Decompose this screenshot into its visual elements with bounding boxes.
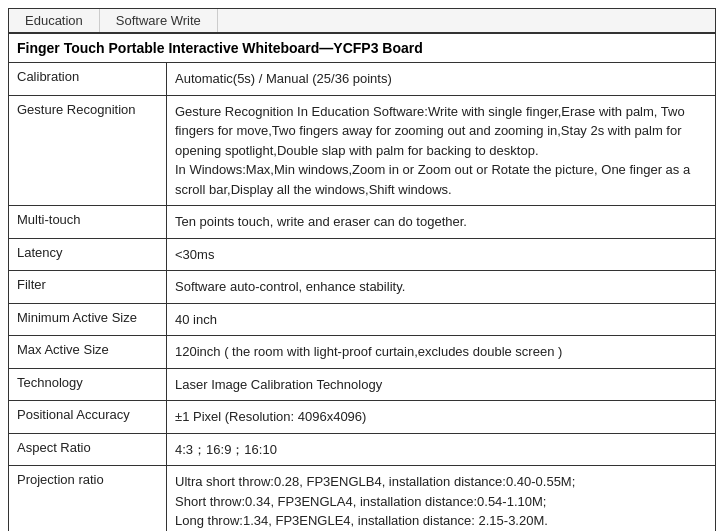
tab-bar: Education Software Write bbox=[9, 9, 715, 34]
row-value: Ten points touch, write and eraser can d… bbox=[167, 206, 715, 238]
spec-table: Education Software Write Finger Touch Po… bbox=[8, 8, 716, 531]
row-label: Aspect Ratio bbox=[9, 434, 167, 466]
table-row: Max Active Size120inch ( the room with l… bbox=[9, 336, 715, 369]
row-value: 40 inch bbox=[167, 304, 715, 336]
table-row: Aspect Ratio4:3；16:9；16:10 bbox=[9, 434, 715, 467]
table-row: CalibrationAutomatic(5s) / Manual (25/36… bbox=[9, 63, 715, 96]
row-value: <30ms bbox=[167, 239, 715, 271]
row-value: Ultra short throw:0.28, FP3ENGLB4, insta… bbox=[167, 466, 715, 531]
table-row: FilterSoftware auto-control, enhance sta… bbox=[9, 271, 715, 304]
tab-software-write[interactable]: Software Write bbox=[100, 9, 218, 32]
row-value: Gesture Recognition In Education Softwar… bbox=[167, 96, 715, 206]
row-label: Gesture Recognition bbox=[9, 96, 167, 206]
row-label: Max Active Size bbox=[9, 336, 167, 368]
row-value: Software auto-control, enhance stability… bbox=[167, 271, 715, 303]
tab-education[interactable]: Education bbox=[9, 9, 100, 32]
row-value: 120inch ( the room with light-proof curt… bbox=[167, 336, 715, 368]
row-label: Projection ratio bbox=[9, 466, 167, 531]
row-value: Automatic(5s) / Manual (25/36 points) bbox=[167, 63, 715, 95]
table-row: Projection ratioUltra short throw:0.28, … bbox=[9, 466, 715, 531]
row-label: Latency bbox=[9, 239, 167, 271]
row-label: Positional Accuracy bbox=[9, 401, 167, 433]
table-row: Minimum Active Size40 inch bbox=[9, 304, 715, 337]
row-label: Minimum Active Size bbox=[9, 304, 167, 336]
table-title: Finger Touch Portable Interactive Whiteb… bbox=[9, 34, 715, 63]
row-label: Filter bbox=[9, 271, 167, 303]
table-row: Multi-touchTen points touch, write and e… bbox=[9, 206, 715, 239]
table-row: Latency<30ms bbox=[9, 239, 715, 272]
table-row: Positional Accuracy±1 Pixel (Resolution:… bbox=[9, 401, 715, 434]
row-label: Multi-touch bbox=[9, 206, 167, 238]
row-value: 4:3；16:9；16:10 bbox=[167, 434, 715, 466]
row-value: ±1 Pixel (Resolution: 4096x4096) bbox=[167, 401, 715, 433]
row-label: Technology bbox=[9, 369, 167, 401]
row-label: Calibration bbox=[9, 63, 167, 95]
row-value: Laser Image Calibration Technology bbox=[167, 369, 715, 401]
table-row: TechnologyLaser Image Calibration Techno… bbox=[9, 369, 715, 402]
table-row: Gesture RecognitionGesture Recognition I… bbox=[9, 96, 715, 207]
